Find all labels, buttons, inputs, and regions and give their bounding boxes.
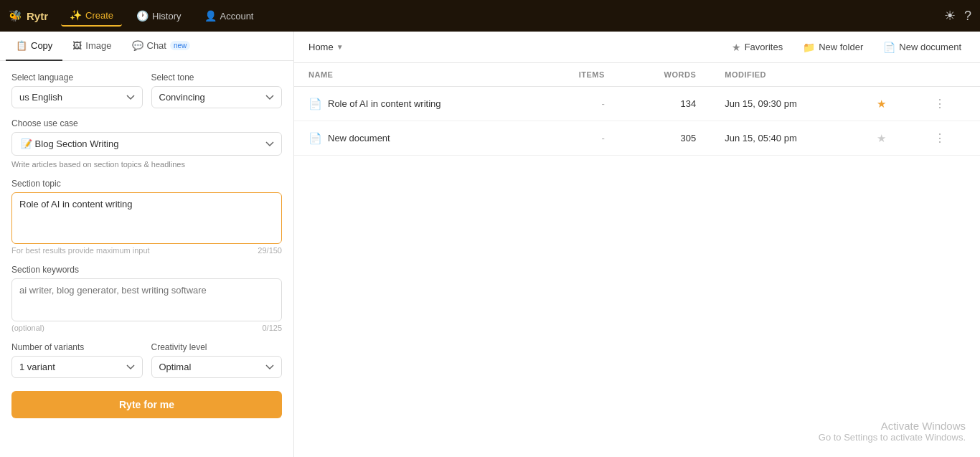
tab-bar: 📋 Copy 🖼 Image 💬 Chat new <box>0 32 293 61</box>
new-folder-label: New folder <box>819 42 863 52</box>
language-group: Select language us English <box>11 72 143 108</box>
creativity-group: Creativity level Optimal <box>151 342 283 378</box>
col-name: NAME <box>294 63 537 87</box>
doc-file-icon-2: 📄 <box>308 132 322 145</box>
tab-chat-label: Chat <box>147 40 166 51</box>
tab-copy[interactable]: 📋 Copy <box>6 32 62 61</box>
right-panel: Home ▼ ★ Favorites 📁 New folder 📄 New do… <box>294 32 980 457</box>
variants-select[interactable]: 1 variant <box>11 356 143 378</box>
logo[interactable]: 🐝 Rytr <box>9 9 48 22</box>
doc-modified-1: Jun 15, 09:30 pm <box>710 87 862 121</box>
account-icon: 👤 <box>204 10 217 22</box>
tab-image-label: Image <box>85 40 111 51</box>
create-icon: ✨ <box>70 9 82 21</box>
home-breadcrumb[interactable]: Home ▼ <box>308 42 344 52</box>
section-topic-input[interactable]: Role of AI in content writing <box>11 192 282 244</box>
doc-more-2[interactable]: ⋮ <box>934 132 946 144</box>
table-header-row: NAME ITEMS WORDS MODIFIED <box>294 63 980 87</box>
keywords-label: Section keywords <box>11 265 282 275</box>
tone-label: Select tone <box>151 72 283 83</box>
variants-group: Number of variants 1 variant <box>11 342 143 378</box>
doc-star-2[interactable]: ★ <box>877 132 886 144</box>
doc-more-cell-2: ⋮ <box>920 121 980 156</box>
doc-name-cell: 📄 New document <box>294 121 537 156</box>
favorites-icon: ★ <box>732 42 741 53</box>
chat-badge: new <box>170 41 190 50</box>
keywords-input[interactable] <box>11 278 282 321</box>
table-row: 📄 New document - 305 Jun 15, 05:40 pm ★ … <box>294 121 980 156</box>
doc-star-cell-2: ★ <box>862 121 920 156</box>
use-case-wrapper: Choose use case 📝 Blog Section Writing <box>11 118 282 156</box>
form-area: Select language us English Select tone C… <box>0 61 293 457</box>
tab-chat[interactable]: 💬 Chat new <box>122 32 201 61</box>
doc-more-cell-1: ⋮ <box>920 87 980 121</box>
section-topic-hints: For best results provide maximum input 2… <box>11 246 282 255</box>
document-header: Home ▼ ★ Favorites 📁 New folder 📄 New do… <box>294 32 980 63</box>
new-folder-button[interactable]: 📁 New folder <box>798 39 867 56</box>
use-case-select[interactable]: 📝 Blog Section Writing <box>11 132 282 156</box>
section-topic-label: Section topic <box>11 179 282 189</box>
doc-star-1[interactable]: ★ <box>877 98 886 110</box>
section-topic-hint-text: For best results provide maximum input <box>11 246 150 255</box>
left-panel: 📋 Copy 🖼 Image 💬 Chat new Select languag… <box>0 32 294 457</box>
language-label: Select language <box>11 72 143 83</box>
doc-name-2[interactable]: New document <box>328 133 390 143</box>
tab-copy-label: Copy <box>31 40 52 51</box>
creativity-label: Creativity level <box>151 342 283 352</box>
doc-items-2: - <box>537 121 619 156</box>
doc-modified-2: Jun 15, 05:40 pm <box>710 121 862 156</box>
top-navigation: 🐝 Rytr ✨ Create 🕐 History 👤 Account ☀ ? <box>0 0 980 32</box>
main-layout: 📋 Copy 🖼 Image 💬 Chat new Select languag… <box>0 32 980 457</box>
col-modified: MODIFIED <box>710 63 862 87</box>
doc-star-cell-1: ★ <box>862 87 920 121</box>
new-folder-icon: 📁 <box>803 42 815 53</box>
nav-history[interactable]: 🕐 History <box>128 6 189 26</box>
doc-file-icon-1: 📄 <box>308 98 322 110</box>
new-document-button[interactable]: 📄 New document <box>879 39 966 56</box>
nav-create[interactable]: ✨ Create <box>61 5 122 27</box>
doc-name-1[interactable]: Role of AI in content writing <box>328 98 441 109</box>
language-tone-row: Select language us English Select tone C… <box>11 72 282 108</box>
logo-icon: 🐝 <box>9 9 22 22</box>
section-topic-group: Section topic Role of AI in content writ… <box>11 179 282 255</box>
language-select[interactable]: us English <box>11 86 143 108</box>
doc-items-1: - <box>537 87 619 121</box>
history-icon: 🕐 <box>136 10 149 22</box>
favorites-button[interactable]: ★ Favorites <box>727 39 787 56</box>
use-case-label: Choose use case <box>11 118 282 128</box>
tab-image[interactable]: 🖼 Image <box>62 32 121 61</box>
new-document-label: New document <box>899 42 961 52</box>
favorites-label: Favorites <box>745 42 783 52</box>
nav-history-label: History <box>152 11 181 22</box>
variants-creativity-row: Number of variants 1 variant Creativity … <box>11 342 282 378</box>
doc-more-1[interactable]: ⋮ <box>934 98 946 110</box>
creativity-select[interactable]: Optimal <box>151 356 283 378</box>
nav-account[interactable]: 👤 Account <box>196 6 263 26</box>
nav-account-label: Account <box>220 11 254 22</box>
copy-tab-icon: 📋 <box>16 40 27 51</box>
col-words: WORDS <box>619 63 711 87</box>
doc-name-cell: 📄 Role of AI in content writing <box>294 87 537 121</box>
sun-icon[interactable]: ☀ <box>944 8 956 24</box>
generate-button[interactable]: Ryte for me <box>11 391 282 418</box>
nav-create-label: Create <box>85 10 113 21</box>
logo-label: Rytr <box>27 10 48 22</box>
chat-tab-icon: 💬 <box>132 40 143 51</box>
table-row: 📄 Role of AI in content writing - 134 Ju… <box>294 87 980 121</box>
home-label: Home <box>308 42 334 52</box>
doc-words-1: 134 <box>619 87 711 121</box>
new-document-icon: 📄 <box>883 42 895 53</box>
home-caret-icon: ▼ <box>336 43 344 51</box>
keywords-optional: (optional) <box>11 324 44 332</box>
image-tab-icon: 🖼 <box>72 40 82 51</box>
col-more <box>920 63 980 87</box>
keywords-hints: (optional) 0/125 <box>11 324 282 332</box>
documents-table: NAME ITEMS WORDS MODIFIED 📄 Role of A <box>294 63 980 156</box>
help-icon[interactable]: ? <box>964 9 971 24</box>
doc-words-2: 305 <box>619 121 711 156</box>
tone-group: Select tone Convincing <box>151 72 283 108</box>
tone-select[interactable]: Convincing <box>151 86 283 108</box>
section-topic-counter: 29/150 <box>258 246 282 255</box>
document-actions: ★ Favorites 📁 New folder 📄 New document <box>727 39 966 56</box>
documents-table-area: NAME ITEMS WORDS MODIFIED 📄 Role of A <box>294 63 980 457</box>
